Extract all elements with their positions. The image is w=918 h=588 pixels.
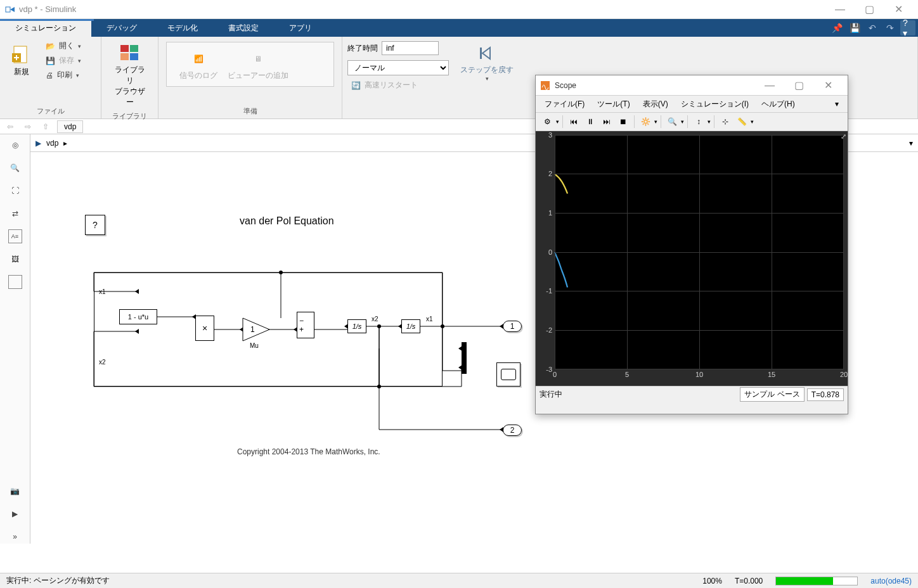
palette: ◎ 🔍 ⛶ ⇄ A≡ 🖼 📷 ▶ » <box>0 134 30 544</box>
zoom-icon[interactable]: 🔍 <box>664 114 680 129</box>
add-viewer-button[interactable]: 🖥 ビューアーの追加 <box>223 45 294 84</box>
open-button[interactable]: 📂開く▾ <box>42 39 85 53</box>
outport1-block[interactable]: 1 <box>503 321 522 332</box>
new-button[interactable]: 新規 <box>5 39 38 82</box>
record-icon[interactable]: ▶ <box>8 507 22 521</box>
tab-simulation[interactable]: シミュレーション <box>0 19 91 37</box>
tab-format[interactable]: 書式設定 <box>213 19 274 37</box>
highlight-icon[interactable]: 🔆 <box>638 114 653 129</box>
stoptime-input[interactable] <box>382 41 439 55</box>
undo-icon[interactable]: ↶ <box>865 20 880 35</box>
scope-minimize-button[interactable]: — <box>755 76 784 95</box>
status-solver[interactable]: auto(ode45) <box>870 577 912 585</box>
close-button[interactable]: ✕ <box>884 0 913 19</box>
minimize-button[interactable]: — <box>825 0 855 19</box>
scope-maximize-button[interactable]: ▢ <box>784 76 813 95</box>
scope-time: T=0.878 <box>807 388 844 401</box>
gear-icon[interactable]: ⚙ <box>540 114 555 129</box>
integrator1-block[interactable]: 1/s <box>347 319 366 333</box>
save-qat-icon[interactable]: 💾 <box>847 20 862 35</box>
scope-close-button[interactable]: ✕ <box>813 76 843 95</box>
scope-menu-sim[interactable]: シミュレーション(I) <box>676 97 754 112</box>
fit-view-icon[interactable]: ⛶ <box>8 184 22 198</box>
step-fwd-icon[interactable]: ⏭ <box>599 114 614 129</box>
target-icon[interactable]: ◎ <box>8 138 22 152</box>
svg-rect-5 <box>120 53 129 60</box>
explorer-tab[interactable]: vdp <box>57 120 83 133</box>
mux-block[interactable] <box>462 342 467 374</box>
step-back-button[interactable]: ステップを戻す▾ <box>455 39 519 84</box>
scope-window[interactable]: Scope — ▢ ✕ ファイル(F) ツール(T) 表示(V) シミュレーショ… <box>535 75 848 414</box>
simulink-icon <box>5 4 15 15</box>
fcn-block[interactable]: 1 - u*u <box>119 309 157 324</box>
wifi-icon: 📶 <box>187 48 210 70</box>
scope-menu-view[interactable]: 表示(V) <box>638 97 673 112</box>
pause-icon[interactable]: ⏸ <box>583 114 598 129</box>
integrator2-block[interactable]: 1/s <box>401 319 420 333</box>
signal-log-button[interactable]: 📶 信号のログ <box>174 45 223 84</box>
arrows-icon[interactable]: ⇄ <box>8 207 22 220</box>
gain-block[interactable]: 1 <box>243 318 269 343</box>
ruler-icon[interactable]: 📏 <box>734 114 749 129</box>
fast-restart-button[interactable]: 🔄高速リスタート <box>347 79 449 92</box>
simulink-icon[interactable]: ▶ <box>36 139 41 148</box>
svg-rect-6 <box>130 53 138 60</box>
redo-icon[interactable]: ↷ <box>882 20 898 35</box>
scope-status: 実行中 サンプル ベース T=0.878 <box>536 386 848 402</box>
nav-fwd-icon[interactable]: ⇨ <box>22 120 34 133</box>
step-back-icon <box>475 42 498 65</box>
window-title: vdp * - Simulink <box>19 4 76 14</box>
scope-app-icon <box>541 80 551 91</box>
library-browser-button[interactable]: ライブラリ ブラウザー <box>107 39 153 110</box>
scope-menu-file[interactable]: ファイル(F) <box>540 97 590 112</box>
dropdown-icon[interactable]: ▾ <box>909 139 913 148</box>
status-running: 実行中: ペーシングが有効です <box>6 575 110 586</box>
scope-plot-area: 3210-1-2-3 05101520 ⤢ <box>536 131 848 386</box>
nav-back-icon[interactable]: ⇦ <box>4 120 16 133</box>
tab-debug[interactable]: デバッグ <box>91 19 152 37</box>
fast-restart-icon: 🔄 <box>351 81 361 90</box>
scope-menu-tools[interactable]: ツール(T) <box>592 97 635 112</box>
label-x1r: x1 <box>426 316 433 323</box>
block-icon[interactable] <box>8 275 22 289</box>
cursor-icon[interactable]: ⊹ <box>718 114 733 129</box>
group-label-prepare: 準備 <box>164 105 337 117</box>
toolstrip-tabs: シミュレーション デバッグ モデル化 書式設定 アプリ 📌 💾 ↶ ↷ ? ▾ <box>0 19 918 37</box>
zoom-fit-icon[interactable]: 🔍 <box>8 161 22 175</box>
image-icon[interactable]: 🖼 <box>8 252 22 266</box>
scope-block[interactable] <box>496 362 520 387</box>
svg-rect-0 <box>6 7 10 12</box>
scope-menu-more-icon[interactable]: ▾ <box>830 98 844 110</box>
breadcrumb-model[interactable]: vdp <box>46 139 58 148</box>
mode-select[interactable]: ノーマル <box>347 60 449 75</box>
status-time: T=0.000 <box>735 577 763 585</box>
svg-rect-13 <box>541 81 550 90</box>
save-button[interactable]: 💾保存▾ <box>42 54 85 67</box>
more-icon[interactable]: » <box>8 530 22 544</box>
annotation-icon[interactable]: A≡ <box>8 229 22 243</box>
scope-plot[interactable]: 3210-1-2-3 05101520 ⤢ <box>555 135 844 369</box>
scope-sample-base: サンプル ベース <box>740 387 804 402</box>
nav-up-icon[interactable]: ⇧ <box>39 120 52 133</box>
expand-icon[interactable]: ⤢ <box>841 132 846 141</box>
help-icon[interactable]: ? ▾ <box>900 20 915 35</box>
tab-apps[interactable]: アプリ <box>274 19 327 37</box>
maximize-button[interactable]: ▢ <box>855 0 884 19</box>
group-file: 新規 📂開く▾ 💾保存▾ 🖨印刷▾ ファイル <box>0 37 101 118</box>
label-x2r: x2 <box>372 316 378 323</box>
tab-modeling[interactable]: モデル化 <box>152 19 213 37</box>
sum-block[interactable]: −+ <box>297 312 314 338</box>
product-block[interactable]: × <box>195 316 214 341</box>
svg-text:1: 1 <box>250 325 255 334</box>
pin-icon[interactable]: 📌 <box>829 20 844 35</box>
stop-icon[interactable]: ⏹ <box>616 114 631 129</box>
gain-label: Mu <box>250 342 259 349</box>
print-button[interactable]: 🖨印刷▾ <box>42 68 85 82</box>
run-back-icon[interactable]: ⏮ <box>566 114 581 129</box>
main-titlebar: vdp * - Simulink — ▢ ✕ <box>0 0 918 19</box>
scope-menubar: ファイル(F) ツール(T) 表示(V) シミュレーション(I) ヘルプ(H) … <box>536 96 848 112</box>
camera-icon[interactable]: 📷 <box>8 484 22 498</box>
outport2-block[interactable]: 2 <box>503 425 522 436</box>
autoscale-icon[interactable]: ↕ <box>691 114 706 129</box>
scope-menu-help[interactable]: ヘルプ(H) <box>756 97 800 112</box>
